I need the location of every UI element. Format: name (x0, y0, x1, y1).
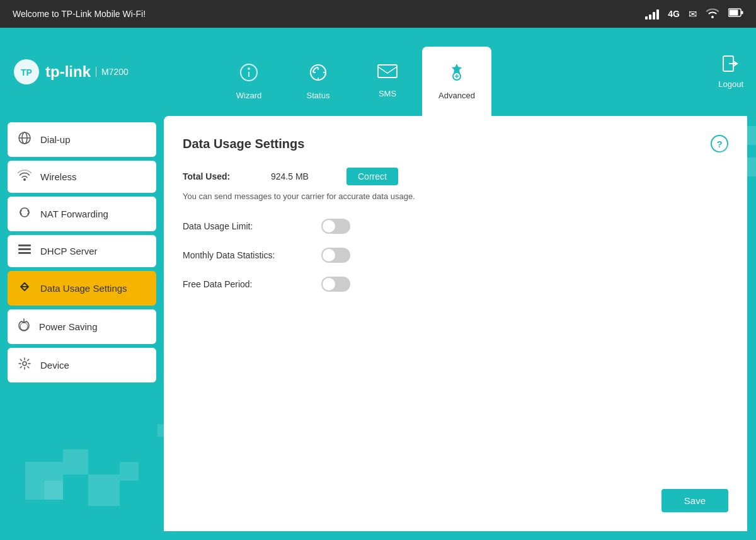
data-usage-icon (18, 280, 32, 297)
svg-rect-13 (18, 244, 31, 246)
tab-advanced[interactable]: Advanced (422, 47, 491, 116)
power-saving-icon (18, 318, 30, 335)
tab-wizard[interactable]: Wizard (214, 47, 284, 116)
sidebar-item-dhcp-label: DHCP Server (40, 246, 98, 256)
main-content: Dial-up Wireless NAT Forw (0, 116, 756, 540)
device-icon (18, 357, 32, 374)
sms-icon (377, 64, 398, 85)
sidebar-item-nat[interactable]: NAT Forwarding (8, 197, 156, 231)
svg-text:TP: TP (21, 67, 32, 78)
tab-status-label: Status (307, 91, 330, 100)
svg-rect-15 (18, 252, 31, 254)
total-used-label: Total Used: (183, 171, 258, 181)
lte-label: 4G (668, 9, 680, 19)
total-used-value: 924.5 MB (271, 171, 334, 181)
tab-wizard-label: Wizard (236, 91, 261, 100)
svg-rect-1 (730, 10, 738, 16)
sidebar-item-dhcp[interactable]: DHCP Server (8, 235, 156, 267)
top-bar: Welcome to TP-Link Mobile Wi-Fi! 4G ✉ (0, 0, 756, 28)
data-usage-limit-row: Data Usage Limit: (183, 219, 728, 234)
sidebar-item-power-saving[interactable]: Power Saving (8, 309, 156, 344)
logout-icon (722, 55, 740, 77)
sidebar-item-data-usage[interactable]: Data Usage Settings (8, 271, 156, 306)
logout-button[interactable]: Logout (718, 55, 743, 89)
battery-icon (728, 8, 743, 20)
svg-point-16 (23, 362, 26, 365)
panel-title-row: Data Usage Settings ? (183, 135, 728, 152)
sidebar-item-dialup[interactable]: Dial-up (8, 122, 156, 157)
sidebar-item-device-label: Device (40, 360, 69, 371)
data-usage-limit-label: Data Usage Limit: (183, 221, 309, 231)
tab-advanced-label: Advanced (438, 91, 475, 100)
wifi-icon (706, 7, 719, 21)
mail-icon: ✉ (689, 8, 697, 20)
wizard-icon (239, 62, 259, 87)
tplink-logo-icon: TP (13, 58, 40, 86)
correct-button[interactable]: Correct (346, 168, 398, 185)
tab-status[interactable]: Status (284, 47, 353, 116)
status-icon (308, 62, 328, 87)
free-data-period-toggle[interactable] (321, 277, 350, 292)
sidebar-item-device[interactable]: Device (8, 348, 156, 382)
nat-icon (18, 205, 32, 222)
content-panel: Data Usage Settings ? Total Used: 924.5 … (164, 116, 747, 531)
panel-title: Data Usage Settings (183, 137, 304, 151)
svg-rect-6 (378, 65, 397, 78)
sidebar: Dial-up Wireless NAT Forw (0, 116, 164, 540)
help-button[interactable]: ? (711, 135, 728, 152)
sidebar-item-nat-label: NAT Forwarding (40, 209, 108, 219)
sidebar-item-data-usage-label: Data Usage Settings (40, 283, 127, 294)
info-text: You can send messages to your carrier fo… (183, 192, 728, 201)
sidebar-item-power-saving-label: Power Saving (39, 321, 98, 332)
logo-area: TP tp-link M7200 (13, 58, 176, 86)
header: TP tp-link M7200 Wizard Status (0, 28, 756, 116)
logo-brand: tp-link (45, 63, 91, 81)
logo-model: M7200 (96, 67, 129, 77)
nav-tabs: Wizard Status SMS (214, 28, 491, 116)
dialup-icon (18, 131, 32, 148)
save-button[interactable]: Save (662, 489, 728, 512)
free-data-period-label: Free Data Period: (183, 279, 309, 289)
sidebar-item-wireless-label: Wireless (40, 171, 77, 182)
dhcp-icon (18, 244, 32, 258)
monthly-data-stats-toggle[interactable] (321, 248, 350, 263)
free-data-period-row: Free Data Period: (183, 277, 728, 292)
monthly-data-stats-label: Monthly Data Statistics: (183, 250, 309, 260)
monthly-data-stats-row: Monthly Data Statistics: (183, 248, 728, 263)
logout-label: Logout (718, 79, 743, 89)
tab-sms-label: SMS (379, 89, 396, 98)
svg-point-12 (23, 178, 26, 181)
top-bar-title: Welcome to TP-Link Mobile Wi-Fi! (13, 9, 146, 19)
sidebar-item-dialup-label: Dial-up (40, 134, 71, 145)
wireless-icon (18, 169, 32, 184)
data-usage-limit-toggle[interactable] (321, 219, 350, 234)
svg-rect-14 (18, 248, 31, 250)
top-bar-icons: 4G ✉ (645, 7, 743, 21)
advanced-icon (447, 62, 467, 87)
signal-bars-icon (645, 8, 659, 20)
total-used-row: Total Used: 924.5 MB Correct (183, 168, 728, 185)
sidebar-item-wireless[interactable]: Wireless (8, 161, 156, 193)
tab-sms[interactable]: SMS (353, 47, 422, 116)
svg-rect-2 (742, 11, 743, 14)
